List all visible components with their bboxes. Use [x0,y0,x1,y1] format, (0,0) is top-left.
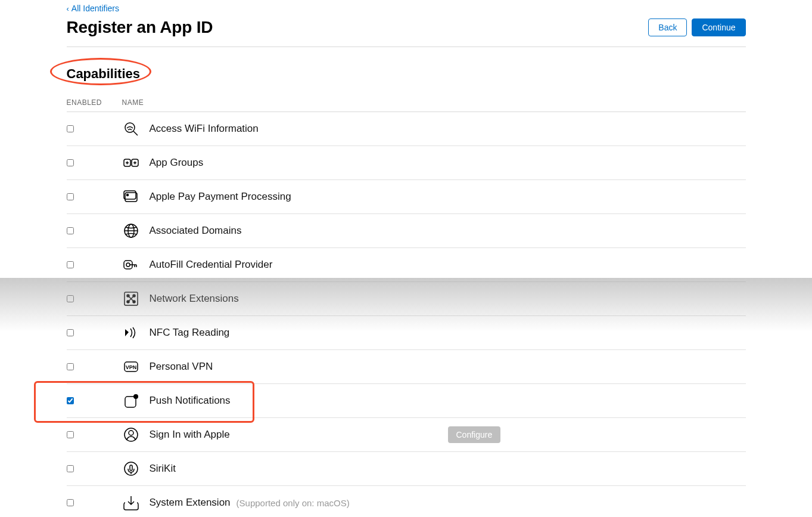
capability-enabled-cell [67,261,122,268]
back-link-label: All Identifiers [71,4,119,13]
capability-enabled-cell [67,431,122,438]
capability-name-cell: Associated Domains [150,225,448,237]
network-icon [122,290,150,308]
capability-name-cell: Apple Pay Payment Processing [150,191,448,203]
vpn-icon [122,358,150,376]
capability-name-label: SiriKit [150,463,176,475]
capability-checkbox-nfc[interactable] [67,329,74,336]
capability-name-cell: Push Notifications [150,395,448,407]
capability-row-network-ext: Network Extensions [67,282,746,316]
capability-enabled-cell [67,363,122,370]
groups-icon [122,154,150,172]
header-buttons: Back Continue [648,18,745,36]
capability-checkbox-system-ext[interactable] [67,499,74,506]
capability-row-sign-in-apple: Sign In with AppleConfigure [67,418,746,452]
capability-row-system-ext: System Extension(Supported only on: macO… [67,486,746,517]
capability-enabled-cell [67,499,122,506]
capability-name-cell: App Groups [150,157,448,169]
capability-checkbox-app-groups[interactable] [67,159,74,166]
capability-name-cell: Sign In with Apple [150,429,448,441]
capability-checkbox-network-ext[interactable] [67,295,74,302]
section-title-wrap: Capabilities [67,47,746,98]
capability-row-associated-domains: Associated Domains [67,214,746,248]
capability-name-label: Network Extensions [150,293,239,305]
push-icon [122,392,150,410]
capability-name-cell: Access WiFi Information [150,123,448,135]
capability-note: (Supported only on: macOS) [237,498,350,508]
capability-enabled-cell [67,465,122,472]
capability-name-label: Push Notifications [150,395,231,407]
capability-enabled-cell [67,159,122,166]
capability-name-cell: AutoFill Credential Provider [150,259,448,271]
capability-row-push: Push Notifications [67,384,746,418]
capability-name-label: NFC Tag Reading [150,327,230,339]
capability-enabled-cell [67,295,122,302]
section-title: Capabilities [67,66,746,82]
configure-button-sign-in-apple[interactable]: Configure [448,426,501,443]
capability-enabled-cell [67,329,122,336]
capability-name-cell: Personal VPN [150,361,448,373]
page-header: Register an App ID Back Continue [67,18,746,47]
capability-enabled-cell [67,193,122,200]
nfc-icon [122,324,150,342]
capability-checkbox-access-wifi[interactable] [67,125,74,132]
capability-row-apple-pay: Apple Pay Payment Processing [67,180,746,214]
capability-checkbox-push[interactable] [67,397,74,404]
back-button[interactable]: Back [648,18,687,36]
capability-row-autofill: AutoFill Credential Provider [67,248,746,282]
capability-action-cell: Configure [448,426,746,443]
mic-icon [122,460,150,478]
capability-row-personal-vpn: Personal VPN [67,350,746,384]
capability-checkbox-associated-domains[interactable] [67,227,74,234]
globe-icon [122,222,150,240]
capability-name-cell: SiriKit [150,463,448,475]
capability-name-cell: System Extension(Supported only on: macO… [150,497,448,509]
capability-checkbox-sirikit[interactable] [67,465,74,472]
capability-enabled-cell [67,227,122,234]
capability-name-label: System Extension [150,497,231,509]
capability-enabled-cell [67,125,122,132]
capability-name-label: Apple Pay Payment Processing [150,191,291,203]
capability-enabled-cell [67,397,122,404]
capability-name-cell: NFC Tag Reading [150,327,448,339]
table-header: ENABLED NAME [67,98,746,112]
col-enabled-header: ENABLED [67,98,122,107]
capability-row-access-wifi: Access WiFi Information [67,112,746,146]
back-to-identifiers-link[interactable]: ‹ All Identifiers [67,0,120,18]
page-title: Register an App ID [67,18,213,37]
capability-name-label: Personal VPN [150,361,213,373]
col-name-header: NAME [122,98,746,107]
person-icon [122,426,150,444]
capability-checkbox-personal-vpn[interactable] [67,363,74,370]
download-icon [122,494,150,512]
capability-checkbox-apple-pay[interactable] [67,193,74,200]
capability-name-label: Associated Domains [150,225,242,237]
wallet-icon [122,188,150,206]
capability-name-label: App Groups [150,157,204,169]
capability-row-sirikit: SiriKit [67,452,746,486]
key-icon [122,256,150,274]
continue-button[interactable]: Continue [692,18,745,36]
chevron-left-icon: ‹ [67,4,69,13]
capability-name-cell: Network Extensions [150,293,448,305]
capability-row-nfc: NFC Tag Reading [67,316,746,350]
capability-checkbox-sign-in-apple[interactable] [67,431,74,438]
capability-name-label: AutoFill Credential Provider [150,259,273,271]
capability-row-app-groups: App Groups [67,146,746,180]
capabilities-list: Access WiFi InformationApp GroupsApple P… [67,112,746,517]
capability-name-label: Sign In with Apple [150,429,230,441]
capability-name-label: Access WiFi Information [150,123,259,135]
capability-checkbox-autofill[interactable] [67,261,74,268]
wifi-search-icon [122,120,150,138]
